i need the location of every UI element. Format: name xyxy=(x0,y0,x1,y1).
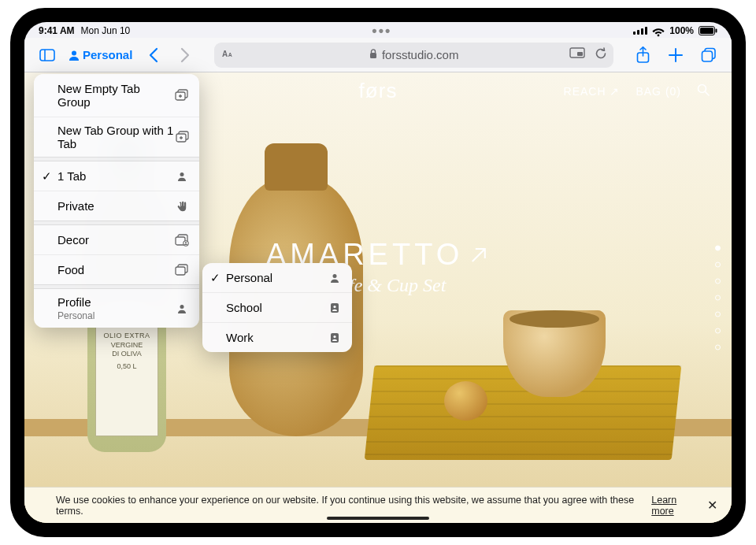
menu-new-empty-tab-group[interactable]: New Empty Tab Group xyxy=(34,74,199,117)
svg-line-18 xyxy=(706,92,710,96)
tab-group-plus-icon xyxy=(176,131,190,143)
safari-toolbar: Personal AA forsstudio.com xyxy=(24,38,732,72)
page-indicator[interactable] xyxy=(715,246,721,350)
back-button[interactable] xyxy=(142,43,165,67)
svg-rect-1 xyxy=(700,28,713,34)
menu-group-decor[interactable]: Decor xyxy=(34,225,199,254)
cookie-learn-more[interactable]: Learn more xyxy=(651,495,700,517)
menu-item-label: Personal xyxy=(226,271,272,284)
svg-point-40 xyxy=(333,335,335,337)
svg-rect-3 xyxy=(40,50,54,61)
id-card-icon xyxy=(327,302,343,313)
svg-rect-10 xyxy=(577,52,583,56)
person-icon xyxy=(327,273,343,283)
menu-one-tab[interactable]: ✓ 1 Tab xyxy=(34,161,199,191)
svg-point-38 xyxy=(333,305,335,307)
tab-group-menu: New Empty Tab Group New Tab Group with 1… xyxy=(34,74,199,328)
svg-point-28 xyxy=(180,172,184,176)
new-tab-icon[interactable] xyxy=(664,43,687,67)
menu-item-label: School xyxy=(226,301,262,314)
svg-point-35 xyxy=(180,305,184,309)
forward-button xyxy=(173,43,197,67)
profile-chip[interactable]: Personal xyxy=(69,48,132,61)
multitask-dots[interactable]: ••• xyxy=(372,28,391,33)
site-search-icon[interactable] xyxy=(697,83,710,98)
svg-text:A: A xyxy=(222,50,228,58)
svg-point-32 xyxy=(185,242,187,243)
menu-item-label: Decor xyxy=(57,233,89,247)
id-card-icon xyxy=(327,332,343,343)
check-icon: ✓ xyxy=(42,169,52,184)
svg-text:A: A xyxy=(228,52,232,57)
svg-rect-2 xyxy=(716,29,717,33)
svg-point-5 xyxy=(72,50,76,55)
menu-item-label: Work xyxy=(226,331,254,344)
share-icon[interactable] xyxy=(631,43,654,67)
menu-item-sublabel: Personal xyxy=(57,310,94,321)
check-icon: ✓ xyxy=(210,271,220,285)
svg-rect-8 xyxy=(370,53,376,58)
site-logo[interactable]: førs xyxy=(359,79,398,103)
menu-item-label: Private xyxy=(57,199,94,213)
profile-submenu: ✓ Personal School Work xyxy=(202,263,352,352)
menu-item-label: 1 Tab xyxy=(57,169,86,183)
status-bar: 9:41 AM Mon Jun 10 ••• 100% xyxy=(24,22,732,38)
battery-icon xyxy=(699,26,717,35)
svg-line-19 xyxy=(472,249,485,261)
status-date: Mon Jun 10 xyxy=(81,25,131,36)
tab-group-person-icon xyxy=(174,234,190,247)
status-time: 9:41 AM xyxy=(39,25,75,36)
hand-icon xyxy=(174,201,190,212)
cookie-close-icon[interactable]: ✕ xyxy=(707,498,717,513)
svg-point-36 xyxy=(333,274,337,278)
person-icon xyxy=(174,172,190,181)
menu-new-tab-group-with[interactable]: New Tab Group with 1 Tab xyxy=(34,117,199,157)
tab-group-icon xyxy=(174,264,190,276)
menu-group-food[interactable]: Food xyxy=(34,254,199,284)
svg-rect-16 xyxy=(702,51,713,61)
reload-icon[interactable] xyxy=(595,47,607,62)
bottle-label: OLIO EXTRA xyxy=(96,332,158,341)
wifi-icon xyxy=(652,26,665,35)
cookie-text: We use cookies to enhance your experienc… xyxy=(56,495,643,517)
menu-item-label: Profile xyxy=(57,295,91,309)
url-bar[interactable]: AA forsstudio.com xyxy=(214,43,613,68)
sidebar-icon[interactable] xyxy=(35,43,59,67)
lock-icon xyxy=(369,48,377,61)
menu-profile[interactable]: Profile Personal xyxy=(34,289,199,328)
bag-link[interactable]: BAG (0) xyxy=(636,85,681,98)
arrow-up-right-icon xyxy=(468,244,490,266)
profile-option-school[interactable]: School xyxy=(202,292,352,322)
menu-item-label: New Tab Group with 1 Tab xyxy=(57,124,176,150)
menu-private[interactable]: Private xyxy=(34,191,199,221)
person-icon xyxy=(174,304,190,313)
home-indicator[interactable] xyxy=(327,517,429,520)
svg-rect-34 xyxy=(176,267,185,275)
tabs-icon[interactable] xyxy=(697,43,721,67)
profile-chip-label: Personal xyxy=(83,48,132,61)
reach-link[interactable]: REACH ↗ xyxy=(564,85,621,98)
cell-signal-icon xyxy=(633,27,647,35)
profile-option-personal[interactable]: ✓ Personal xyxy=(202,263,352,292)
tab-group-plus-icon xyxy=(174,89,190,102)
scene-fruit xyxy=(444,381,487,421)
menu-item-label: Food xyxy=(57,263,84,276)
profile-option-work[interactable]: Work xyxy=(202,322,352,352)
battery-pct: 100% xyxy=(669,25,694,36)
menu-item-label: New Empty Tab Group xyxy=(57,82,174,109)
url-host: forsstudio.com xyxy=(382,48,459,61)
text-size-icon[interactable]: AA xyxy=(222,48,238,61)
pip-icon[interactable] xyxy=(569,47,585,62)
